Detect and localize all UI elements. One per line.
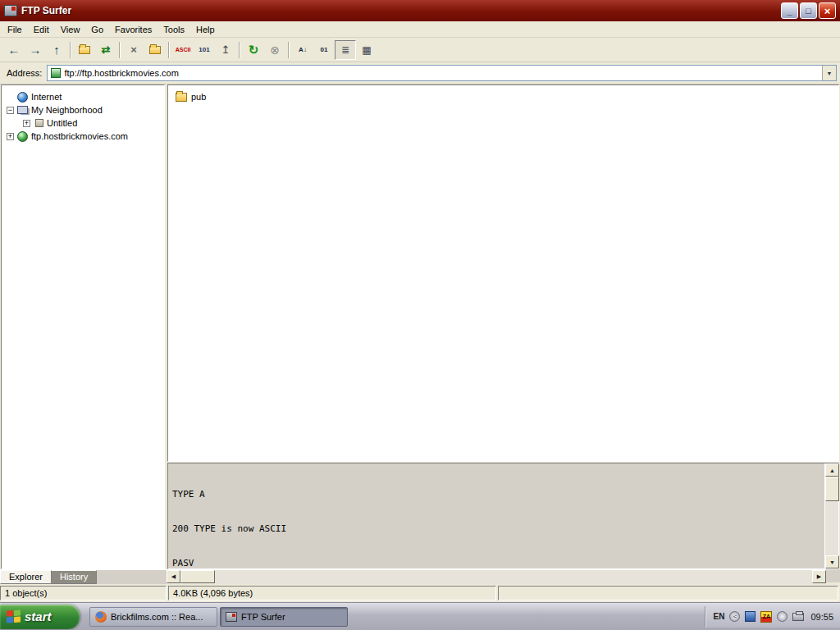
toolbar-separator <box>239 42 240 58</box>
window-title: FTP Surfer <box>21 5 779 16</box>
list-view-button[interactable]: ≣ <box>335 40 356 60</box>
scroll-up-icon[interactable]: ▲ <box>825 463 839 477</box>
ftp-surfer-window: FTP Surfer _ □ × File Edit View Go Favor… <box>0 0 840 602</box>
tab-explorer[interactable]: Explorer <box>0 570 52 584</box>
stop-button[interactable]: ⊗ <box>264 40 285 60</box>
ftp-log-panel: TYPE A 200 TYPE is now ASCII PASV 227 En… <box>167 463 839 569</box>
cut-button[interactable]: × <box>123 40 144 60</box>
up-button[interactable]: ↑ <box>46 40 67 60</box>
folder-icon <box>176 93 187 102</box>
taskbar-task-ftp-surfer[interactable]: FTP Surfer <box>220 607 348 627</box>
tree-item-untitled[interactable]: + Untitled <box>2 116 164 130</box>
transfer-ascii-button[interactable]: A↓ <box>292 40 313 60</box>
close-button[interactable]: × <box>819 2 836 19</box>
start-label: start <box>25 609 52 623</box>
upload-icon: ↥ <box>221 43 231 56</box>
back-icon: ← <box>8 43 21 57</box>
toolbar-separator <box>168 42 170 58</box>
copy-to-folder-button[interactable] <box>144 40 166 60</box>
app-icon <box>4 5 17 16</box>
connect-button[interactable]: ⇄ <box>95 40 116 60</box>
language-indicator[interactable]: EN <box>714 612 725 621</box>
details-view-button[interactable]: ▦ <box>356 40 377 60</box>
file-list-horizontal-scrollbar[interactable]: ◀ ▶ <box>167 569 826 584</box>
menu-file[interactable]: File <box>2 23 28 36</box>
ascii-mode-button[interactable]: ASCII <box>172 40 194 60</box>
transfer-ascii-icon: A↓ <box>299 46 307 53</box>
menu-tools[interactable]: Tools <box>158 23 190 36</box>
tray-printer-icon[interactable] <box>792 613 804 621</box>
back-button[interactable]: ← <box>3 40 25 60</box>
log-line: 200 TYPE is now ASCII <box>172 523 820 535</box>
scroll-left-icon[interactable]: ◀ <box>167 570 180 583</box>
file-list-panel: pub <box>167 84 839 462</box>
new-folder-button[interactable] <box>74 40 95 60</box>
address-dropdown-button[interactable]: ▼ <box>822 66 836 80</box>
refresh-button[interactable]: ↻ <box>243 40 264 60</box>
taskbar-clock: 09:55 <box>810 612 833 622</box>
tray-status-icon[interactable] <box>777 611 788 622</box>
address-input[interactable] <box>64 66 822 80</box>
up-icon: ↑ <box>53 43 60 57</box>
menu-edit[interactable]: Edit <box>28 23 55 36</box>
main-area: Internet − My Neighborhood + Untitled + … <box>0 84 840 569</box>
menu-favorites[interactable]: Favorites <box>109 23 158 36</box>
tray-network-icon[interactable] <box>745 611 756 622</box>
log-vertical-scrollbar[interactable]: ▲ ▼ <box>824 463 838 568</box>
expand-toggle-icon[interactable]: + <box>7 133 14 140</box>
address-site-icon <box>51 68 61 78</box>
maximize-button[interactable]: □ <box>800 2 817 19</box>
status-extra <box>498 586 838 600</box>
collapse-toggle-icon[interactable]: − <box>7 107 14 114</box>
ascii-mode-icon: ASCII <box>176 47 191 52</box>
scroll-right-icon[interactable]: ▶ <box>812 570 826 583</box>
log-line: TYPE A <box>172 489 820 500</box>
address-bar: Address: ▼ <box>0 62 840 84</box>
tree-item-label: ftp.hostbrickmovies.com <box>31 131 128 141</box>
file-item-label: pub <box>191 92 206 102</box>
file-item-pub[interactable]: pub <box>173 90 208 103</box>
windows-flag-icon <box>7 609 21 623</box>
scroll-track[interactable] <box>215 570 812 584</box>
scrollbar-corner <box>826 569 840 582</box>
right-column: pub TYPE A 200 TYPE is now ASCII PASV 22… <box>167 84 839 569</box>
cut-icon: × <box>130 43 137 56</box>
status-size: 4.0KB (4,096 bytes) <box>168 586 496 600</box>
forward-button[interactable]: → <box>25 40 46 60</box>
copy-to-folder-icon <box>149 46 161 54</box>
tab-history[interactable]: History <box>52 570 97 584</box>
refresh-icon: ↻ <box>249 43 259 57</box>
network-neighborhood-icon <box>17 106 28 114</box>
start-button[interactable]: start <box>0 605 80 629</box>
firefox-icon <box>95 611 107 623</box>
vertical-scroll-thumb[interactable] <box>825 477 839 501</box>
binary-mode-button[interactable]: 101 <box>194 40 215 60</box>
tree-item-ftp-site[interactable]: + ftp.hostbrickmovies.com <box>2 130 164 143</box>
binary-mode-icon: 101 <box>199 46 209 53</box>
toolbar-separator <box>288 42 290 58</box>
ftp-log-text: TYPE A 200 TYPE is now ASCII PASV 227 En… <box>168 463 824 568</box>
menu-go[interactable]: Go <box>85 23 109 36</box>
tree-item-label: Untitled <box>47 118 77 128</box>
task-label: Brickfilms.com :: Rea... <box>111 612 203 622</box>
ftp-surfer-icon <box>226 612 237 622</box>
tray-chevron-icon[interactable]: < <box>729 611 740 622</box>
upload-button[interactable]: ↥ <box>215 40 236 60</box>
task-label: FTP Surfer <box>241 612 285 622</box>
menu-view[interactable]: View <box>55 23 86 36</box>
expand-toggle-icon[interactable]: + <box>23 120 30 127</box>
tree-item-my-neighborhood[interactable]: − My Neighborhood <box>2 103 164 116</box>
address-field-wrap: ▼ <box>47 65 837 81</box>
address-label: Address: <box>7 68 42 78</box>
taskbar-task-brickfilms[interactable]: Brickfilms.com :: Rea... <box>89 607 217 627</box>
menu-help[interactable]: Help <box>190 23 221 36</box>
minimize-button[interactable]: _ <box>781 2 798 19</box>
status-object-count: 1 object(s) <box>0 586 167 600</box>
tree-item-internet[interactable]: Internet <box>2 90 164 103</box>
scroll-down-icon[interactable]: ▼ <box>825 555 839 568</box>
horizontal-scroll-thumb[interactable] <box>180 570 215 583</box>
transfer-binary-button[interactable]: 01 <box>313 40 335 60</box>
log-line: PASV <box>172 558 820 568</box>
tree-item-label: My Neighborhood <box>31 105 103 115</box>
tray-zonealarm-icon[interactable]: ZA <box>760 611 772 623</box>
